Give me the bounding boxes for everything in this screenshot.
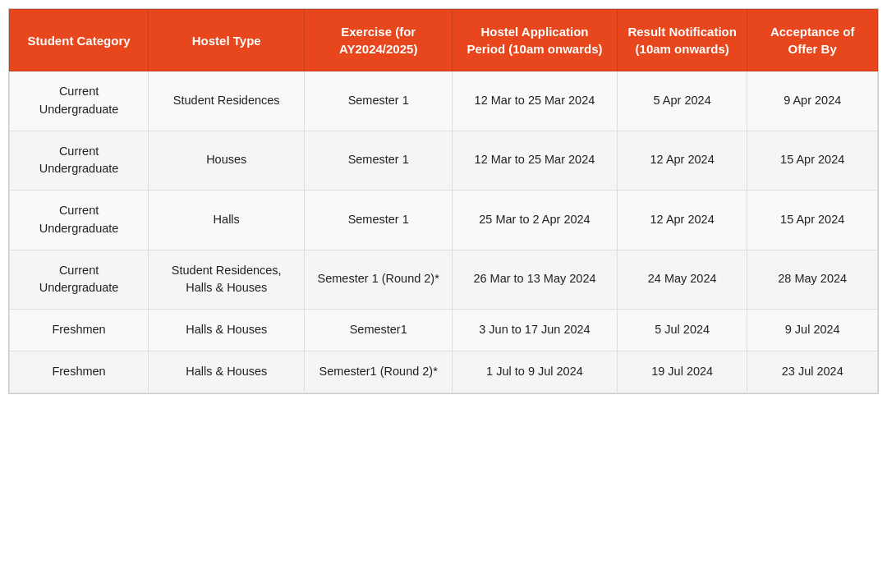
- cell-acceptance-by: 15 Apr 2024: [747, 191, 878, 250]
- cell-application-period: 3 Jun to 17 Jun 2024: [453, 310, 618, 351]
- cell-student-category: Current Undergraduate: [10, 131, 149, 191]
- cell-hostel-type: Student Residences, Halls & Houses: [149, 250, 305, 310]
- table-row: FreshmenHalls & HousesSemester13 Jun to …: [10, 310, 878, 351]
- cell-result-notification: 5 Jul 2024: [617, 310, 747, 351]
- cell-result-notification: 12 Apr 2024: [617, 131, 747, 191]
- cell-application-period: 12 Mar to 25 Mar 2024: [453, 131, 618, 191]
- cell-acceptance-by: 28 May 2024: [747, 250, 878, 310]
- cell-exercise: Semester 1 (Round 2)*: [305, 250, 453, 310]
- cell-exercise: Semester1: [305, 310, 453, 351]
- cell-result-notification: 19 Jul 2024: [617, 351, 747, 393]
- cell-application-period: 12 Mar to 25 Mar 2024: [453, 71, 618, 131]
- cell-exercise: Semester 1: [305, 191, 453, 250]
- header-hostel-type: Hostel Type: [149, 10, 305, 71]
- cell-result-notification: 12 Apr 2024: [617, 191, 747, 250]
- cell-student-category: Current Undergraduate: [10, 250, 149, 310]
- cell-hostel-type: Halls: [149, 191, 305, 250]
- cell-hostel-type: Halls & Houses: [149, 310, 305, 351]
- table-header-row: Student Category Hostel Type Exercise (f…: [10, 10, 878, 71]
- header-result-notification: Result Notification (10am onwards): [617, 10, 747, 71]
- cell-hostel-type: Halls & Houses: [149, 351, 305, 393]
- cell-exercise: Semester1 (Round 2)*: [305, 351, 453, 393]
- cell-exercise: Semester 1: [305, 131, 453, 191]
- cell-result-notification: 5 Apr 2024: [617, 71, 747, 131]
- cell-hostel-type: Houses: [149, 131, 305, 191]
- cell-student-category: Current Undergraduate: [10, 191, 149, 250]
- cell-result-notification: 24 May 2024: [617, 250, 747, 310]
- cell-acceptance-by: 9 Jul 2024: [747, 310, 878, 351]
- cell-hostel-type: Student Residences: [149, 71, 305, 131]
- cell-application-period: 25 Mar to 2 Apr 2024: [453, 191, 618, 250]
- cell-acceptance-by: 9 Apr 2024: [747, 71, 878, 131]
- cell-application-period: 26 Mar to 13 May 2024: [453, 250, 618, 310]
- table-row: Current UndergraduateStudent ResidencesS…: [10, 71, 878, 131]
- cell-student-category: Freshmen: [10, 351, 149, 393]
- header-student-category: Student Category: [10, 10, 149, 71]
- cell-student-category: Current Undergraduate: [10, 71, 149, 131]
- table-row: Current UndergraduateStudent Residences,…: [10, 250, 878, 310]
- cell-student-category: Freshmen: [10, 310, 149, 351]
- table-row: FreshmenHalls & HousesSemester1 (Round 2…: [10, 351, 878, 393]
- table-row: Current UndergraduateHousesSemester 112 …: [10, 131, 878, 191]
- header-exercise: Exercise (for AY2024/2025): [305, 10, 453, 71]
- table-row: Current UndergraduateHallsSemester 125 M…: [10, 191, 878, 250]
- cell-application-period: 1 Jul to 9 Jul 2024: [453, 351, 618, 393]
- hostel-schedule-table: Student Category Hostel Type Exercise (f…: [8, 8, 879, 394]
- header-application-period: Hostel Application Period (10am onwards): [453, 10, 618, 71]
- cell-acceptance-by: 23 Jul 2024: [747, 351, 878, 393]
- cell-acceptance-by: 15 Apr 2024: [747, 131, 878, 191]
- header-acceptance-by: Acceptance of Offer By: [747, 10, 878, 71]
- cell-exercise: Semester 1: [305, 71, 453, 131]
